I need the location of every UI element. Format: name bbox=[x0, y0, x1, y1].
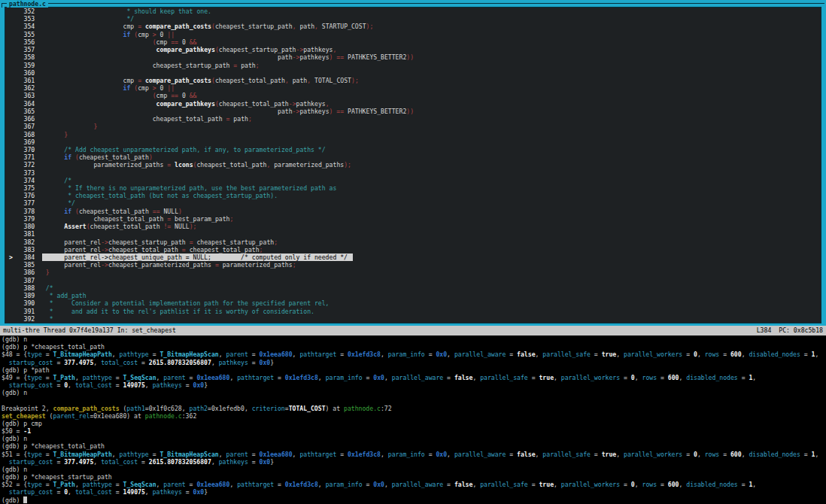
current-line-marker bbox=[9, 123, 13, 130]
source-line: 355 if (cmp > 0 || bbox=[5, 31, 821, 38]
source-line: 374 /* bbox=[5, 177, 821, 184]
source-code-text: /* Add cheapest unparameterized path, if… bbox=[46, 146, 326, 153]
source-line: 354 cmp = compare_path_costs(cheapest_st… bbox=[5, 23, 821, 30]
gdb-console[interactable]: (gdb) n(gdb) p *cheapest_total_path$48 =… bbox=[0, 335, 826, 504]
current-line-marker bbox=[9, 299, 13, 307]
source-line: 387 bbox=[5, 277, 821, 284]
line-number-gutter: 376 bbox=[5, 192, 46, 199]
source-code-text: } bbox=[46, 123, 98, 130]
source-line: 353 */ bbox=[5, 15, 821, 23]
source-code-text: cmp = compare_path_costs(cheapest_startu… bbox=[46, 23, 374, 30]
current-line-marker bbox=[9, 261, 13, 269]
source-line: 386 } bbox=[5, 269, 821, 276]
line-number-gutter: 364 bbox=[5, 100, 46, 108]
current-line-marker bbox=[9, 169, 13, 177]
source-line: 361 cmp = compare_path_costs(cheapest_to… bbox=[5, 77, 821, 84]
current-line-marker bbox=[9, 230, 13, 238]
source-line: 352 * should keep that one. bbox=[5, 8, 821, 15]
gdb-tui-terminal[interactable]: pathnode.c 352 * should keep that one. 3… bbox=[0, 0, 826, 504]
source-code-text: (cmp == 0 && bbox=[46, 92, 197, 99]
line-number-gutter: 358 bbox=[5, 53, 46, 61]
status-right-group: L384PC: 0x8c5b18 bbox=[749, 326, 823, 335]
source-code-text: parent_rel->cheapest_total_path = cheape… bbox=[46, 246, 263, 254]
source-line: 388 /* bbox=[5, 284, 821, 292]
current-line-marker bbox=[9, 108, 13, 115]
source-line: 369 bbox=[5, 138, 821, 146]
source-code-text: cmp = compare_path_costs(cheapest_total_… bbox=[46, 77, 359, 84]
current-line-marker bbox=[9, 38, 13, 46]
console-line-blank bbox=[2, 396, 826, 404]
source-line: 365 path->pathkeys) == PATHKEYS_BETTER2)… bbox=[5, 108, 821, 115]
line-number-gutter: 378 bbox=[5, 208, 46, 215]
current-line-marker bbox=[9, 215, 13, 223]
line-number-gutter: 372 bbox=[5, 161, 46, 169]
line-number-gutter: 369 bbox=[5, 138, 46, 146]
line-number-gutter: 365 bbox=[5, 108, 46, 115]
line-number-gutter: 362 bbox=[5, 84, 46, 92]
source-code-text: parent_rel->cheapest_parameterized_paths… bbox=[46, 261, 296, 269]
source-line: 358 path->pathkeys) == PATHKEYS_BETTER2)… bbox=[5, 53, 821, 61]
current-line-marker bbox=[9, 8, 13, 15]
current-line-marker bbox=[9, 138, 13, 146]
console-line-value: startup_cost = 377.4975, total_cost = 26… bbox=[2, 458, 826, 466]
source-code-text: /* bbox=[46, 284, 53, 292]
line-number-gutter: 367 bbox=[5, 123, 46, 130]
source-code-text: * add_path bbox=[46, 292, 87, 299]
source-line: 382 parent_rel->cheapest_startup_path = … bbox=[5, 238, 821, 246]
source-line: 371 if (cheapest_total_path) bbox=[5, 153, 821, 161]
console-line-frame: Breakpoint 2, compare_path_costs (path1=… bbox=[2, 405, 826, 412]
source-code-text: } bbox=[46, 131, 68, 138]
source-code-text: * and add it to the rel's pathlist if it… bbox=[46, 308, 314, 315]
source-line: 381 bbox=[5, 230, 821, 238]
console-line-value: $52 = {type = T_Path, pathtype = T_SeqSc… bbox=[2, 481, 826, 488]
source-code-text: parameterized_paths = lcons(cheapest_tot… bbox=[46, 161, 351, 169]
source-line: 356 (cmp == 0 && bbox=[5, 38, 821, 46]
console-line-prompt: (gdb) p *cheapest_total_path bbox=[2, 442, 826, 450]
source-pane[interactable]: pathnode.c 352 * should keep that one. 3… bbox=[0, 0, 826, 326]
current-line-marker bbox=[9, 199, 13, 207]
source-code-text: parent_rel->cheapest_unique_path = NULL;… bbox=[42, 254, 353, 261]
line-number-gutter: 370 bbox=[5, 146, 46, 153]
current-line-marker bbox=[9, 269, 13, 276]
console-line-value: $48 = {type = T_BitmapHeapPath, pathtype… bbox=[2, 351, 826, 358]
source-code-text: /* bbox=[46, 177, 71, 184]
current-line-marker bbox=[9, 100, 13, 108]
current-line-marker bbox=[9, 238, 13, 246]
source-line: 370 /* Add cheapest unparameterized path… bbox=[5, 146, 821, 153]
source-code-text: * should keep that one. bbox=[46, 8, 211, 15]
current-line-marker bbox=[9, 292, 13, 299]
source-line: 363 (cmp == 0 && bbox=[5, 92, 821, 99]
current-line-marker bbox=[9, 92, 13, 99]
source-file-title: pathnode.c bbox=[7, 0, 48, 8]
source-code-text: parent_rel->cheapest_startup_path = chea… bbox=[46, 238, 278, 246]
source-line: 366 cheapest_total_path = path; bbox=[5, 115, 821, 123]
source-code-text: } bbox=[46, 269, 50, 276]
current-line-marker bbox=[9, 15, 13, 23]
source-code-text: * If there is no unparameterized path, u… bbox=[46, 184, 336, 192]
source-line: 364 compare_pathkeys(cheapest_total_path… bbox=[5, 100, 821, 108]
source-pane-titlebar: pathnode.c bbox=[0, 0, 826, 8]
current-line-marker bbox=[9, 131, 13, 138]
frame-line bbox=[2, 3, 824, 4]
current-line-marker bbox=[9, 69, 13, 77]
console-line-value: startup_cost = 377.4975, total_cost = 26… bbox=[2, 359, 826, 366]
source-code-text: path->pathkeys) == PATHKEYS_BETTER2)) bbox=[46, 108, 414, 115]
source-line: 373 bbox=[5, 169, 821, 177]
source-code-text: if (cheapest_total_path) bbox=[46, 153, 153, 161]
line-number-gutter: 380 bbox=[5, 223, 46, 230]
source-code-view[interactable]: 352 * should keep that one. 353 */ 354 c… bbox=[5, 8, 821, 323]
current-line-marker bbox=[9, 115, 13, 123]
source-line: 360 bbox=[5, 69, 821, 77]
source-line: 362 if (cmp > 0 || bbox=[5, 84, 821, 92]
console-line-value: $51 = {type = T_BitmapHeapPath, pathtype… bbox=[2, 451, 826, 458]
current-line-marker bbox=[9, 84, 13, 92]
current-line-marker bbox=[9, 77, 13, 84]
frame-corner bbox=[2, 3, 2, 8]
console-line-value: $50 = -1 bbox=[2, 427, 826, 435]
console-line-prompt: (gdb) n bbox=[2, 335, 826, 343]
current-line-marker bbox=[9, 315, 13, 323]
line-number-gutter: 373 bbox=[5, 169, 46, 177]
source-line: 367 } bbox=[5, 123, 821, 130]
line-number-gutter: 390 bbox=[5, 299, 46, 307]
current-line-marker bbox=[9, 308, 13, 315]
